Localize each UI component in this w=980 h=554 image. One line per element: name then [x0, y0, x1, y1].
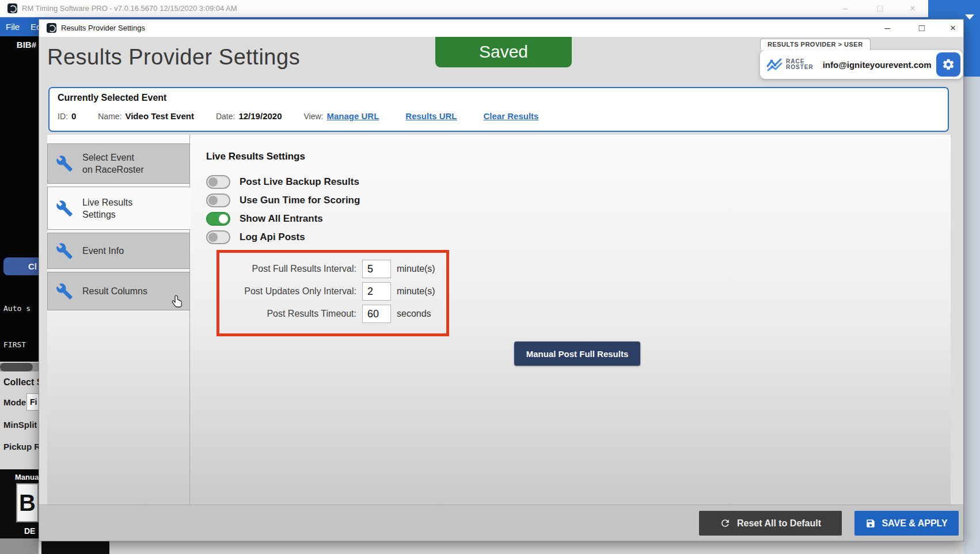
event-id-value: 0	[71, 111, 76, 121]
manual-entry-heading: Manual	[15, 473, 41, 481]
provider-user-card: RACE ROSTER info@igniteyourevent.com	[760, 50, 963, 79]
console-line: FIRST	[3, 339, 31, 351]
tab-result-columns[interactable]: Result Columns	[47, 272, 190, 310]
main-close-button[interactable]: ×	[901, 1, 924, 16]
tab-label: Live ResultsSettings	[82, 196, 132, 221]
results-timeout-label: Post Results Timeout:	[267, 309, 356, 319]
bottom-strip	[0, 538, 39, 554]
field-unit: seconds	[397, 309, 440, 319]
show-all-entrants-toggle[interactable]	[206, 212, 230, 226]
event-id-label: ID:	[58, 112, 68, 121]
mouse-cursor-hand	[170, 295, 185, 313]
interval-settings-highlight: Post Full Results Interval: minute(s) Po…	[216, 250, 449, 336]
wrench-icon	[56, 200, 73, 217]
event-name-value: Video Test Event	[125, 111, 193, 121]
chevron-down-icon	[965, 14, 974, 20]
full-results-interval-input[interactable]	[362, 260, 391, 278]
refresh-icon	[720, 518, 731, 529]
event-name-label: Name:	[98, 112, 121, 121]
provider-email: info@igniteyourevent.com	[823, 60, 932, 70]
app-icon	[7, 3, 17, 13]
main-window-titlebar: RM Timing Software PRO - v7.0.16.5670 12…	[0, 0, 980, 17]
live-results-settings-heading: Live Results Settings	[206, 151, 305, 162]
tab-label: Event Info	[82, 245, 124, 257]
console-line: Auto s	[3, 302, 31, 314]
clear-results-link[interactable]: Clear Results	[484, 111, 539, 121]
event-view-label: View:	[304, 112, 324, 121]
raceroster-wordmark: RACE ROSTER	[786, 59, 814, 70]
results-timeout-input[interactable]	[362, 305, 391, 323]
field-unit: minute(s)	[397, 264, 440, 274]
toggle-label: Log Api Posts	[240, 232, 305, 243]
current-event-panel: Currently Selected Event ID: 0 Name: Vid…	[48, 87, 949, 132]
results-url-link[interactable]: Results URL	[405, 111, 457, 121]
current-event-row: ID: 0 Name: Video Test Event Date: 12/19…	[58, 111, 565, 121]
event-date-label: Date:	[216, 112, 235, 121]
scrollbar-thumb[interactable]	[0, 363, 33, 371]
main-minimize-button[interactable]: –	[834, 1, 857, 16]
dialog-close-button[interactable]: ×	[941, 21, 965, 36]
log-api-posts-toggle[interactable]	[206, 230, 230, 244]
main-maximize-button[interactable]: □	[868, 1, 891, 16]
toggle-label: Post Live Backup Results	[240, 176, 359, 188]
settings-sidebar: Select Eventon RaceRoster Live ResultsSe…	[47, 143, 190, 313]
clear-button[interactable]: Cl	[3, 257, 39, 275]
field-row: Post Results Timeout: seconds	[219, 305, 440, 323]
tab-label: Select Eventon RaceRoster	[82, 151, 144, 176]
updates-only-interval-label: Post Updates Only Interval:	[244, 286, 356, 297]
field-row: Post Updates Only Interval: minute(s)	[219, 282, 440, 301]
reset-all-to-default-button[interactable]: Reset All to Default	[699, 511, 842, 536]
provider-settings-button[interactable]	[936, 52, 960, 77]
screen: RM Timing Software PRO - v7.0.16.5670 12…	[0, 0, 980, 554]
wrench-icon	[56, 242, 73, 260]
horizontal-scrollbar[interactable]	[0, 363, 39, 371]
toggle-label: Use Gun Time for Scoring	[240, 195, 360, 206]
toggle-row: Show All Entrants	[206, 210, 360, 228]
full-results-interval-label: Post Full Results Interval:	[252, 264, 356, 274]
wrench-icon	[56, 155, 73, 172]
dialog-titlebar: Results Provider Settings – □ ×	[39, 20, 963, 37]
menu-file[interactable]: File	[6, 17, 20, 36]
field-unit: minute(s)	[397, 286, 440, 297]
tab-live-results-settings[interactable]: Live ResultsSettings	[47, 187, 191, 230]
dialog-icon	[47, 23, 56, 33]
main-window-title: RM Timing Software PRO - v7.0.16.5670 12…	[22, 4, 237, 13]
de-label: DE	[24, 526, 35, 536]
field-row: Post Full Results Interval: minute(s)	[219, 260, 440, 278]
collect-settings-panel: Collect S Mode Fi MinSplit Pickup Ra	[0, 371, 39, 469]
gear-icon	[941, 58, 955, 71]
event-date-value: 12/19/2020	[238, 111, 282, 121]
provider-user-tab: RESULTS PROVIDER > USER	[760, 39, 871, 50]
dialog-minimize-button[interactable]: –	[875, 21, 899, 36]
bib-entry-field[interactable]: B	[16, 483, 39, 522]
toggle-list: Post Live Backup Results Use Gun Time fo…	[206, 173, 360, 246]
raceroster-logo-icon	[766, 56, 783, 73]
dialog-maximize-button[interactable]: □	[910, 21, 934, 36]
minsplit-label: MinSplit	[3, 420, 37, 430]
toggle-label: Show All Entrants	[240, 213, 323, 225]
manual-entry-panel: Manual B DE	[0, 469, 39, 538]
manage-url-link[interactable]: Manage URL	[326, 111, 379, 121]
wrench-icon	[56, 283, 73, 300]
toggle-row: Log Api Posts	[206, 228, 360, 246]
toggle-row: Use Gun Time for Scoring	[206, 191, 360, 210]
tab-event-info[interactable]: Event Info	[47, 233, 190, 269]
updates-only-interval-input[interactable]	[362, 282, 391, 301]
use-gun-time-toggle[interactable]	[206, 193, 230, 207]
post-live-backup-toggle[interactable]	[206, 175, 230, 189]
current-event-title: Currently Selected Event	[58, 93, 166, 103]
save-and-apply-button[interactable]: SAVE & APPLY	[854, 511, 959, 536]
background-right-strip	[964, 77, 980, 554]
saved-status-banner: Saved	[435, 37, 572, 67]
bib-column-header: BIB#	[17, 40, 36, 50]
dialog-title: Results Provider Settings	[61, 24, 145, 32]
tab-label: Result Columns	[82, 285, 147, 297]
manual-post-full-results-button[interactable]: Manual Post Full Results	[514, 341, 640, 366]
collect-settings-heading: Collect S	[3, 377, 43, 388]
tab-select-event[interactable]: Select Eventon RaceRoster	[47, 143, 190, 184]
bib-list-panel: BIB# Cl Auto s FIRST Auto s There 07:51:…	[0, 36, 39, 362]
save-icon	[865, 518, 876, 529]
results-provider-settings-dialog: Results Provider Settings – □ × Results …	[39, 19, 964, 541]
toggle-row: Post Live Backup Results	[206, 173, 360, 191]
page-title: Results Provider Settings	[47, 45, 300, 70]
